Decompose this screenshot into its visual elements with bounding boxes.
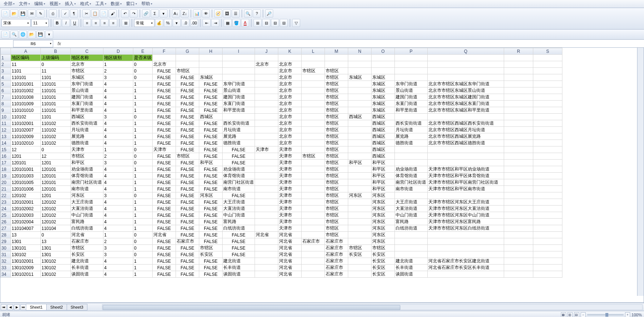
- cell[interactable]: FALSE: [199, 179, 223, 186]
- cell[interactable]: 120102004: [11, 219, 41, 225]
- cell[interactable]: 130102009: [11, 265, 41, 271]
- cell[interactable]: 河东区: [199, 192, 223, 199]
- cell[interactable]: 石家庄市: [176, 238, 199, 245]
- cell[interactable]: FALSE: [176, 127, 199, 133]
- col-header[interactable]: A: [11, 48, 41, 55]
- cell[interactable]: [533, 68, 562, 74]
- cell[interactable]: FALSE: [153, 87, 176, 94]
- cell[interactable]: 东城区: [199, 74, 223, 81]
- cell[interactable]: [533, 238, 562, 245]
- cell[interactable]: 展览路: [395, 133, 428, 140]
- cell[interactable]: [504, 153, 533, 160]
- col-header[interactable]: I: [223, 48, 255, 55]
- cell[interactable]: 1: [133, 265, 153, 271]
- cell[interactable]: [302, 225, 325, 232]
- cell[interactable]: 南营门社区街道: [395, 179, 428, 186]
- cell[interactable]: 4: [103, 271, 133, 278]
- cell[interactable]: FALSE: [153, 107, 176, 114]
- zoom-slider[interactable]: [587, 314, 624, 316]
- cell[interactable]: 4: [103, 186, 133, 192]
- align-right-icon[interactable]: ≡: [101, 19, 109, 27]
- cell[interactable]: [255, 68, 278, 74]
- cell[interactable]: FALSE: [199, 120, 223, 127]
- cell[interactable]: [504, 251, 533, 258]
- cell[interactable]: 大王庄街道: [223, 199, 255, 206]
- cell[interactable]: 体育馆街道: [223, 173, 255, 179]
- cell[interactable]: [533, 271, 562, 278]
- cell[interactable]: [504, 212, 533, 219]
- cell[interactable]: FALSE: [153, 173, 176, 179]
- cell[interactable]: 市辖区: [325, 206, 348, 212]
- cell[interactable]: 4: [103, 140, 133, 146]
- cell[interactable]: [199, 55, 223, 61]
- cell[interactable]: [504, 179, 533, 186]
- underline-icon[interactable]: U: [71, 19, 79, 27]
- cell[interactable]: FALSE: [176, 206, 199, 212]
- cell[interactable]: [395, 55, 428, 61]
- cell[interactable]: [533, 219, 562, 225]
- cell[interactable]: FALSE: [153, 68, 176, 74]
- cell[interactable]: [395, 160, 428, 166]
- format-paint-icon[interactable]: 🖌: [109, 9, 117, 17]
- cell[interactable]: 长安区: [372, 258, 395, 265]
- cell[interactable]: 4: [103, 179, 133, 186]
- cell[interactable]: 市辖区: [325, 192, 348, 199]
- cell[interactable]: [533, 258, 562, 265]
- cell[interactable]: 东华门街道: [71, 81, 103, 87]
- cell[interactable]: FALSE: [153, 225, 176, 232]
- col-header[interactable]: R: [504, 48, 533, 55]
- cell[interactable]: [533, 251, 562, 258]
- cell[interactable]: 130102: [11, 251, 41, 258]
- cell[interactable]: 0: [133, 160, 153, 166]
- cell[interactable]: [255, 206, 278, 212]
- cell[interactable]: 和平区: [348, 160, 372, 166]
- cell[interactable]: FALSE: [153, 114, 176, 120]
- cell[interactable]: [199, 61, 223, 68]
- cell[interactable]: 4: [103, 258, 133, 265]
- cell[interactable]: 天津市: [278, 179, 302, 186]
- cell[interactable]: 0: [133, 232, 153, 238]
- cell[interactable]: 白纸坊街道: [71, 225, 103, 232]
- cell[interactable]: [348, 87, 372, 94]
- cell[interactable]: 120101005: [11, 179, 41, 186]
- cell[interactable]: 天津市市辖区和平区南市街道: [428, 186, 504, 192]
- cell[interactable]: 东城区: [372, 107, 395, 114]
- cell[interactable]: [255, 225, 278, 232]
- cell[interactable]: 4: [103, 107, 133, 114]
- cell[interactable]: 110104007: [11, 225, 41, 232]
- cell[interactable]: [428, 55, 504, 61]
- cell[interactable]: 东城区: [71, 74, 103, 81]
- cell[interactable]: [395, 146, 428, 153]
- row-header[interactable]: 11: [1, 120, 11, 127]
- cell[interactable]: [504, 186, 533, 192]
- cell[interactable]: 1: [133, 186, 153, 192]
- cell[interactable]: [255, 258, 278, 265]
- inc-indent-icon[interactable]: ⇥: [211, 19, 219, 27]
- edit-icon[interactable]: ✎: [36, 9, 44, 17]
- navigator-icon[interactable]: 🧭: [214, 9, 222, 17]
- cell[interactable]: [504, 173, 533, 179]
- save-icon[interactable]: 💾: [19, 9, 27, 17]
- bgcolor-icon[interactable]: 🪣: [232, 19, 240, 27]
- cell[interactable]: [255, 81, 278, 87]
- cell[interactable]: 110102: [41, 120, 71, 127]
- cell[interactable]: FALSE: [153, 219, 176, 225]
- row-header[interactable]: 3: [1, 68, 11, 74]
- cell[interactable]: [533, 173, 562, 179]
- cell[interactable]: [302, 179, 325, 186]
- row-header[interactable]: 32: [1, 258, 11, 265]
- cell[interactable]: [504, 107, 533, 114]
- cell[interactable]: 120102: [11, 192, 41, 199]
- cell[interactable]: 谈固街道: [395, 271, 428, 278]
- cell[interactable]: 市辖区: [199, 245, 223, 251]
- cell[interactable]: FALSE: [176, 81, 199, 87]
- cell[interactable]: 河北省: [278, 232, 302, 238]
- cell[interactable]: 1: [133, 199, 153, 206]
- cell[interactable]: 长丰街道: [71, 265, 103, 271]
- cell[interactable]: 110102: [41, 127, 71, 133]
- show-icon[interactable]: 👁: [202, 9, 210, 17]
- chart-icon[interactable]: 📊: [193, 9, 201, 17]
- cell[interactable]: 1: [103, 146, 133, 153]
- cell[interactable]: 110101: [11, 74, 41, 81]
- cell[interactable]: 130102: [41, 271, 71, 278]
